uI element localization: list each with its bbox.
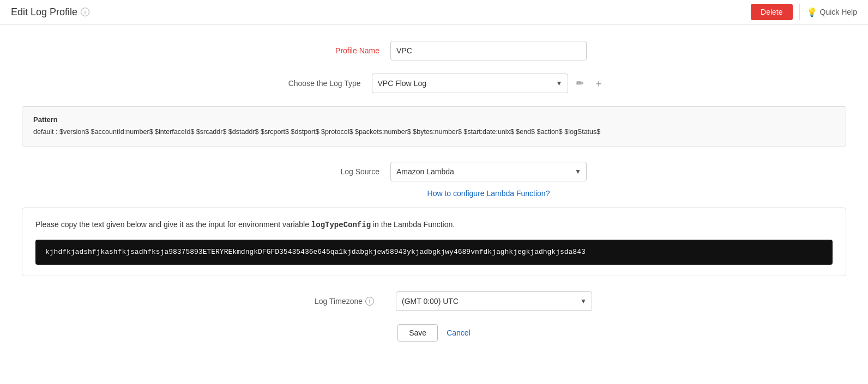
log-type-select[interactable]: VPC Flow Log CloudTrail S3 Access Log EL… xyxy=(372,74,568,93)
timezone-info-icon[interactable]: i xyxy=(365,297,374,306)
lambda-box: Please copy the text given below and giv… xyxy=(22,208,846,276)
log-type-label: Choose the Log Type xyxy=(263,79,372,88)
log-source-select-wrapper: Amazon Lambda Amazon S3 CloudWatch Logs … xyxy=(390,162,587,181)
quick-help-label: Quick Help xyxy=(820,8,857,16)
log-timezone-select-wrapper: (GMT 0:00) UTC (GMT -5:00) EST (GMT +5:3… xyxy=(396,291,592,311)
log-timezone-label: Log Timezone xyxy=(315,297,363,306)
form-actions: Save Cancel xyxy=(11,324,857,342)
header-divider xyxy=(799,4,800,20)
lambda-instruction-text: Please copy the text given below and giv… xyxy=(35,219,833,231)
main-content: Profile Name Choose the Log Type VPC Flo… xyxy=(0,25,868,363)
save-button[interactable]: Save xyxy=(397,324,438,342)
header-right: Delete 💡 Quick Help xyxy=(751,4,857,20)
lambda-code-block: kjhdfkjadshfjkashfkjsadhfksja98375893ETE… xyxy=(35,240,833,265)
cancel-button[interactable]: Cancel xyxy=(447,328,471,337)
pattern-value: default : $version$ $accountId:number$ $… xyxy=(33,127,835,137)
header-left: Edit Log Profile i xyxy=(11,7,89,18)
configure-lambda-link[interactable]: How to configure Lambda Function? xyxy=(427,189,550,198)
delete-button[interactable]: Delete xyxy=(751,4,792,20)
page-header: Edit Log Profile i Delete 💡 Quick Help xyxy=(0,0,868,25)
help-link-row: How to configure Lambda Function? xyxy=(11,189,857,198)
title-info-icon[interactable]: i xyxy=(81,8,89,16)
log-type-controls: VPC Flow Log CloudTrail S3 Access Log EL… xyxy=(372,74,606,93)
log-type-edit-button[interactable]: ✏ xyxy=(574,76,586,90)
log-type-add-button[interactable]: ＋ xyxy=(592,76,606,91)
log-timezone-select[interactable]: (GMT 0:00) UTC (GMT -5:00) EST (GMT +5:3… xyxy=(396,291,592,311)
pattern-box: Pattern default : $version$ $accountId:n… xyxy=(22,106,846,147)
profile-name-label: Profile Name xyxy=(281,46,390,55)
pattern-title: Pattern xyxy=(33,115,835,124)
profile-name-input[interactable] xyxy=(390,41,587,60)
profile-name-row: Profile Name xyxy=(11,41,857,60)
page-title: Edit Log Profile xyxy=(11,7,77,18)
lambda-instruction-suffix: in the Lambda Function. xyxy=(373,220,455,229)
log-timezone-row: Log Timezone i (GMT 0:00) UTC (GMT -5:00… xyxy=(11,291,857,311)
quick-help-button[interactable]: 💡 Quick Help xyxy=(806,7,857,17)
log-source-row: Log Source Amazon Lambda Amazon S3 Cloud… xyxy=(11,162,857,181)
lambda-instruction-prefix: Please copy the text given below and giv… xyxy=(35,220,309,229)
log-type-select-wrapper: VPC Flow Log CloudTrail S3 Access Log EL… xyxy=(372,74,568,93)
lightbulb-icon: 💡 xyxy=(806,7,817,17)
log-type-row: Choose the Log Type VPC Flow Log CloudTr… xyxy=(11,74,857,93)
log-timezone-label-wrapper: Log Timezone i xyxy=(276,297,385,306)
log-source-select[interactable]: Amazon Lambda Amazon S3 CloudWatch Logs xyxy=(390,162,587,181)
log-source-label: Log Source xyxy=(281,167,390,176)
lambda-var-name: logTypeConfig xyxy=(311,221,371,229)
